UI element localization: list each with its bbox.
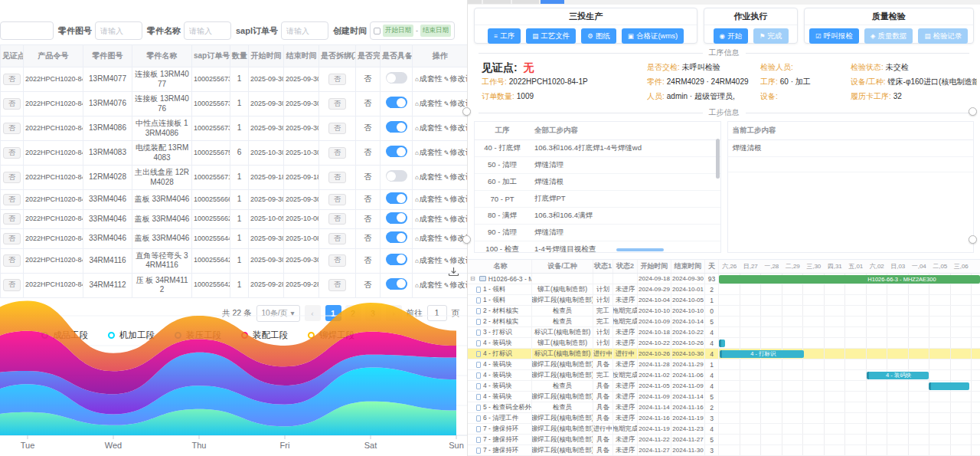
gantt-row[interactable]: 4 - 装码块铆焊工段(核电制造部)具备未进序2024-11-092024-11…	[468, 392, 980, 402]
检验记录-button[interactable]: ▤检验记录	[918, 28, 968, 44]
filter-input[interactable]	[184, 21, 231, 40]
gantt-row[interactable]: 4 - 装码块铆工(核电制造部)计划未进序2024-10-222024-10-2…	[468, 338, 980, 349]
witness-badge[interactable]: 否	[3, 194, 21, 205]
edit-record-link[interactable]: ✎修改记录	[444, 99, 467, 107]
ready-toggle[interactable]	[386, 97, 407, 108]
edit-record-link[interactable]: ✎修改记录	[444, 195, 467, 203]
gantt-row[interactable]: 6 - 清理工件铆焊工段(核电制造部)具备未进序2024-11-162024-1…	[468, 413, 980, 424]
horizontal-scrollbar[interactable]	[616, 248, 664, 251]
witness-badge[interactable]: 否	[3, 98, 21, 110]
witness-badge[interactable]: 否	[3, 233, 21, 244]
split-badge[interactable]: 否	[328, 233, 346, 244]
kit-link[interactable]: ⌂成套性	[415, 280, 443, 289]
tab-active[interactable]	[541, 0, 564, 4]
gantt-row[interactable]: 4 - 装码块铆焊工段(核电制造部)完工按期完成2024-11-022024-1…	[468, 370, 980, 381]
完成-button[interactable]: ⚑完成	[753, 28, 789, 44]
gantt-row[interactable]: 3 - 打标识标识工(核电制造部)计划未进序2024-10-182024-10-…	[468, 327, 980, 338]
split-badge[interactable]: 否	[328, 213, 346, 225]
filter-input[interactable]	[281, 21, 328, 40]
gantt-row[interactable]: 7 - 搪保持环铆焊工段(核电制造部)进行中拖期完成2024-11-192024…	[468, 424, 980, 435]
gantt-task-bar[interactable]: 4 - 打标识	[720, 350, 804, 358]
tab-3[interactable]	[512, 0, 539, 4]
kit-link[interactable]: ⌂成套性	[415, 256, 443, 264]
gantt-row[interactable]: ⊟H1026-66-3 - MHZ2AE3002024-09-182024-09…	[468, 274, 980, 284]
witness-badge[interactable]: 否	[3, 213, 21, 225]
gantt-row[interactable]: 4 - 打标识标识工(核电制造部)进行中进行中2024-10-262024-10…	[468, 349, 980, 359]
split-badge[interactable]: 否	[328, 123, 346, 134]
date-checkbox[interactable]	[374, 28, 381, 34]
kit-link[interactable]: ⌂成套性	[415, 234, 443, 242]
gantt-row[interactable]: 5 - 检查码全桥外径检查员具备未进序2024-11-142024-11-162	[468, 402, 980, 413]
witness-badge[interactable]: 否	[3, 74, 21, 85]
edit-record-link[interactable]: ✎修改记录	[444, 256, 467, 264]
呼叫报检-button[interactable]: ☑呼叫报检	[809, 28, 859, 44]
witness-badge[interactable]: 否	[3, 123, 21, 134]
gantt-task-bar[interactable]	[719, 340, 725, 347]
selection-handle[interactable]	[462, 107, 471, 116]
split-badge[interactable]: 否	[328, 98, 346, 110]
collapse-icon[interactable]: ⊟	[470, 275, 475, 282]
合格证(wms)-button[interactable]: ▣合格证(wms)	[622, 28, 684, 44]
gantt-task-bar[interactable]: 4 - 装码块	[867, 372, 929, 379]
ready-toggle[interactable]	[386, 170, 407, 182]
selection-handle[interactable]	[969, 235, 977, 244]
ready-toggle[interactable]	[386, 231, 407, 243]
step-row[interactable]: 100 - 检查1-4号焊缝目视检查	[475, 241, 720, 254]
step-row[interactable]: 80 - 满焊106.3和106.4满焊	[475, 208, 720, 225]
ready-toggle[interactable]	[386, 72, 407, 84]
split-badge[interactable]: 否	[328, 254, 346, 266]
ready-toggle[interactable]	[386, 254, 407, 265]
edit-record-link[interactable]: ✎修改记录	[444, 215, 467, 223]
ready-toggle[interactable]	[386, 192, 407, 204]
filter-partial-input[interactable]	[0, 21, 54, 40]
selection-handle[interactable]	[462, 235, 471, 244]
save-image-icon[interactable]	[448, 267, 459, 281]
gantt-row[interactable]: 4 - 装码块检查员具备未进序2024-11-052024-11-094	[468, 381, 980, 392]
edit-record-link[interactable]: ✎修改记录	[444, 148, 467, 156]
tab-1[interactable]	[468, 0, 482, 4]
gantt-project-bar[interactable]: H1026-66-3 - MHZ2AE300	[719, 275, 980, 284]
step-row[interactable]: 50 - 清理焊缝清理	[475, 157, 720, 174]
witness-badge[interactable]: 否	[3, 254, 21, 266]
kit-link[interactable]: ⌂成套性	[415, 123, 443, 132]
split-badge[interactable]: 否	[328, 172, 346, 183]
gantt-task-bar[interactable]	[929, 382, 969, 390]
split-badge[interactable]: 否	[328, 194, 346, 205]
gantt-row[interactable]: 4 - 装码块铆焊工段(核电制造部)具备未进序2024-11-282024-11…	[468, 359, 980, 370]
质量数据-button[interactable]: ◈质量数据	[864, 28, 913, 44]
date-range-picker[interactable]: 开始日期 - 结束日期	[370, 21, 455, 40]
step-row[interactable]: 70 - PT打底焊PT	[475, 191, 720, 208]
kit-link[interactable]: ⌂成套性	[415, 74, 443, 83]
gantt-row[interactable]: 1 - 领料铆焊工段(核电制造部)计划未进序2024-10-042024-10-…	[468, 295, 980, 306]
edit-record-link[interactable]: ✎修改记录	[444, 74, 467, 83]
edit-record-link[interactable]: ✎修改记录	[444, 123, 467, 132]
step-row[interactable]: 60 - 加工焊缝清根	[475, 174, 720, 191]
kit-link[interactable]: ⌂成套性	[415, 195, 443, 203]
start-date-input[interactable]: 开始日期	[383, 25, 413, 37]
kit-link[interactable]: ⌂成套性	[415, 215, 443, 223]
gantt-row[interactable]: 1 - 领料铆工(核电制造部)计划未进序2024-09-292024-10-01…	[468, 284, 980, 295]
kit-link[interactable]: ⌂成套性	[415, 148, 443, 156]
gantt-row[interactable]: 2 - 材料核实检查员完工拖期完成2024-10-092024-10-145	[468, 317, 980, 327]
ready-toggle[interactable]	[386, 121, 407, 133]
ready-toggle[interactable]	[386, 212, 407, 224]
kit-link[interactable]: ⌂成套性	[415, 172, 443, 181]
witness-badge[interactable]: 否	[3, 147, 21, 159]
tab-2[interactable]	[483, 0, 511, 4]
开始-button[interactable]: ◉开始	[714, 28, 748, 44]
split-badge[interactable]: 否	[328, 147, 346, 159]
split-badge[interactable]: 否	[328, 74, 346, 85]
filter-input[interactable]	[95, 21, 142, 40]
selection-handle[interactable]	[969, 107, 977, 116]
kit-link[interactable]: ⌂成套性	[415, 99, 443, 107]
witness-badge[interactable]: 否	[3, 172, 21, 183]
ready-toggle[interactable]	[386, 278, 407, 290]
step-row[interactable]: 40 - 打底焊106.3和106.4打底焊1-4号焊缝wd	[475, 140, 720, 157]
图纸-button[interactable]: ⚙图纸	[581, 28, 616, 44]
gantt-row[interactable]: 7 - 搪保持环铆焊工段(核电制造部)具备未进序2024-11-222024-1…	[468, 435, 980, 445]
gantt-row[interactable]: 7 - 搪保持环铆焊工段(核电制造部)具备未进序2024-11-272024-1…	[468, 445, 980, 456]
工序-button[interactable]: ≡工序	[488, 28, 521, 44]
end-date-input[interactable]: 结束日期	[420, 25, 451, 37]
gantt-row[interactable]: 2 - 材料核实检查员完工拖期完成2024-10-102024-10-100	[468, 306, 980, 317]
step-row[interactable]: 90 - 清理焊缝清理	[475, 225, 720, 241]
